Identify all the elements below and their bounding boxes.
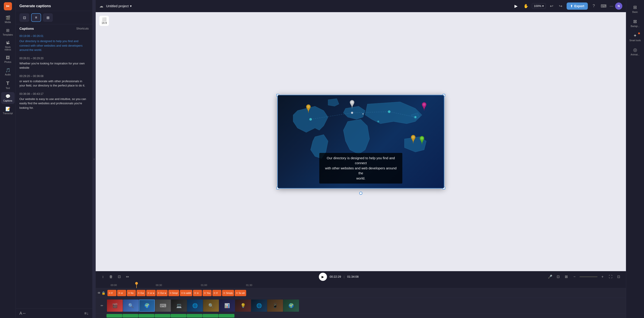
chip-our-w[interactable]: ⊡Our w [156,290,168,296]
play-button[interactable]: ▶ [319,273,327,281]
svg-point-8 [362,113,364,115]
export-button[interactable]: ⬆ Export [566,2,588,10]
chip-simpl[interactable]: ⊡Simpl [168,290,179,296]
caption-time-1: 00:19:08 – 00:26:01 [20,34,89,38]
chip-or[interactable]: ⊡or [117,290,126,296]
translate-button[interactable]: A↔ [20,311,26,316]
ruler-mark-90: 01:30 [246,284,252,287]
handle-rotate[interactable] [359,192,362,195]
caption-item-3[interactable]: 00:29:20 – 00:36:08 or want to collabora… [20,75,89,88]
media-icon: 🎬 [6,15,10,20]
caption-item-4[interactable]: 00:36:08 – 00:43:17 Our website is easy … [20,92,89,110]
audio-chip-7 [203,314,218,318]
chip-in[interactable]: ⊡in [193,290,202,296]
cloud-icon: ☁ [99,3,103,8]
thumb-8[interactable]: 📊 [219,300,235,312]
chip-if-start[interactable]: ⊡If [108,290,116,296]
video-canvas[interactable]: Our directory is designed to help you fi… [277,95,444,188]
audio-chip-6 [186,314,202,318]
more-button[interactable]: ··· [610,3,613,8]
flip-button[interactable]: ⇔ [124,273,131,280]
chip-simply[interactable]: ⊡Simply [222,290,234,296]
captions-toggle-button[interactable]: ⊡ [615,273,622,280]
chip-so-wh[interactable]: ⊡So wh [235,290,246,296]
current-time: 00:22:29 [330,275,341,278]
crop-button[interactable]: ⊡ [116,273,123,280]
tab-import[interactable]: ⊞ [43,13,53,22]
sidebar-item-stock-videos[interactable]: 📽 Stock videos [1,39,15,53]
resize-button[interactable]: ↕ [99,273,106,280]
caption-item-1[interactable]: 00:19:08 – 00:26:01 Our directory is des… [20,34,89,52]
sidebar-item-text[interactable]: T Text [1,79,15,91]
sidebar-item-transcript[interactable]: 📝 Transcript [1,105,15,116]
undo-button[interactable]: ↩ [548,2,556,10]
playhead[interactable] [136,282,137,288]
panel-sub-header: Captions Shortcuts [16,24,92,33]
sidebar-item-media[interactable]: 🎬 Media [1,13,15,25]
delete-button[interactable]: 🗑 [108,273,115,280]
chip-you[interactable]: ⊡You [203,290,212,296]
chip-if[interactable]: ⊡If [212,290,221,296]
tab-manual[interactable]: ≡ [31,13,41,22]
shortcuts-button[interactable]: Shortcuts [76,27,89,30]
chip-in-addit[interactable]: ⊡In addit [180,290,192,296]
thumb-9[interactable]: 💡 [235,300,251,312]
right-item-background[interactable]: ⊠ Backgr... [627,16,643,30]
fullscreen-button[interactable]: ⛶ [607,273,614,280]
sidebar-item-captions[interactable]: 💬 Captions [1,92,15,104]
help-button[interactable]: ? [590,2,598,10]
caption-text-4: Our website is easy to use and intuitive… [20,97,89,110]
right-item-animate[interactable]: ◎ Animat... [627,45,643,58]
thumb-11[interactable]: 📱 [267,300,283,312]
select-tool-button[interactable]: ▶ [512,2,520,10]
media-track-pencil-button[interactable]: ✏ [101,304,103,308]
captions-icon: 💬 [6,94,10,99]
thumb-3-active[interactable]: 🌍 [139,300,155,312]
chip-no[interactable]: ⊡No [127,290,136,296]
project-name[interactable]: Untitled project ▾ [106,4,132,8]
svg-point-12 [412,136,414,139]
filter-button[interactable]: ≡↓ [84,311,89,316]
video-content: Our directory is designed to help you fi… [278,95,444,188]
audio-button[interactable]: 🎤 [546,273,554,280]
thumb-12[interactable]: 🌍 [283,300,299,312]
tab-auto[interactable]: ⊡ [20,13,29,22]
thumb-6[interactable]: 🌐 [187,300,203,312]
zoom-chevron-icon: ▾ [542,4,544,8]
svg-point-5 [388,110,390,113]
smart-tools-label: Smart tools [629,39,641,42]
sidebar-item-templates[interactable]: ⊞ Templates [1,26,15,38]
audio-mix-button[interactable]: ⊠ [563,273,570,280]
panel-collapse-handle[interactable]: ‹ [92,0,96,318]
chip-our[interactable]: ⊡Our [136,290,146,296]
export-icon: ⬆ [570,4,573,8]
thumb-1[interactable]: 🎬 [107,300,123,312]
hand-tool-button[interactable]: ✋ [522,2,530,10]
caption-item-2[interactable]: 00:26:01 – 00:29:20 Whether you're looki… [20,57,89,70]
caption-chips: ⊡If ⊡or ⊡No ⊡Our ⊡or w ⊡Our w ⊡Simpl ⊡In… [108,290,246,296]
thumb-2[interactable]: 🔍 [123,300,139,312]
keyboard-button[interactable]: ⌨ [600,2,608,10]
caption-track-lock-button[interactable]: 🔒 [102,291,106,295]
thumb-7[interactable]: 🔍 [203,300,219,312]
audio-chip-8 [219,314,234,318]
svg-point-10 [351,101,353,104]
redo-button[interactable]: ↪ [557,2,565,10]
right-item-smart-tools[interactable]: ✦ Smart tools [627,31,643,44]
zoom-slider[interactable] [580,276,598,277]
zoom-control[interactable]: 100% ▾ [532,3,546,9]
sidebar-item-photos[interactable]: 🖼 Photos [1,54,15,65]
sidebar-item-audio[interactable]: 🎵 Audio [1,66,15,78]
thumb-4[interactable]: ⌨ [155,300,171,312]
chip-or-w[interactable]: ⊡or w [146,290,156,296]
caption-track-eye-button[interactable]: 👁 [98,291,101,295]
export-label: Export [574,4,584,8]
subtitle-button[interactable]: ⊡ [555,273,562,280]
zoom-in-button[interactable]: + [599,273,606,280]
right-panel: ⊞ Basic ⊠ Backgr... ✦ Smart tools ◎ Anim… [626,0,644,318]
thumb-10[interactable]: 🌐 [251,300,267,312]
panel-bottom: A↔ ≡↓ [16,309,92,318]
zoom-out-button[interactable]: − [571,273,578,280]
right-item-basic[interactable]: ⊞ Basic [627,2,643,15]
thumb-5[interactable]: 💻 [171,300,187,312]
